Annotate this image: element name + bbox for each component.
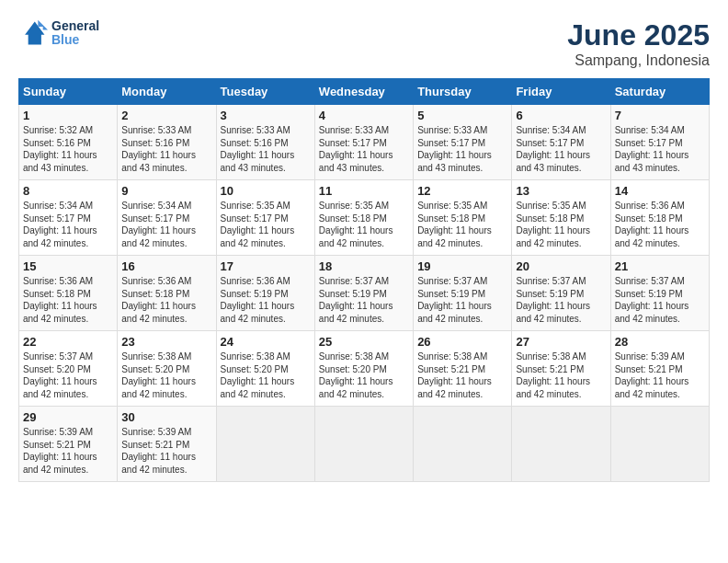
calendar-cell-day-16: 16Sunrise: 5:36 AMSunset: 5:18 PMDayligh… xyxy=(118,256,216,331)
day-number: 23 xyxy=(121,335,211,349)
calendar-cell-day-23: 23Sunrise: 5:38 AMSunset: 5:20 PMDayligh… xyxy=(118,331,216,407)
day-number: 29 xyxy=(23,410,113,424)
calendar-cell-day-26: 26Sunrise: 5:38 AMSunset: 5:21 PMDayligh… xyxy=(414,331,512,407)
day-number: 7 xyxy=(615,109,705,122)
calendar-row-2: 8Sunrise: 5:34 AMSunset: 5:17 PMDaylight… xyxy=(19,180,710,256)
weekday-header-row: Sunday Monday Tuesday Wednesday Thursday… xyxy=(19,79,710,105)
cell-info: Sunrise: 5:39 AMSunset: 5:21 PMDaylight:… xyxy=(121,427,196,475)
cell-info: Sunrise: 5:38 AMSunset: 5:20 PMDaylight:… xyxy=(221,351,295,399)
cell-info: Sunrise: 5:33 AMSunset: 5:16 PMDaylight:… xyxy=(121,125,196,173)
calendar-cell-day-5: 5Sunrise: 5:33 AMSunset: 5:17 PMDaylight… xyxy=(414,105,512,180)
day-number: 15 xyxy=(23,259,113,273)
day-number: 21 xyxy=(615,259,705,273)
logo-icon xyxy=(18,18,48,48)
day-number: 13 xyxy=(516,184,606,198)
calendar-cell-empty xyxy=(414,407,512,482)
day-number: 26 xyxy=(417,335,507,349)
calendar-cell-empty xyxy=(216,407,314,482)
cell-info: Sunrise: 5:35 AMSunset: 5:18 PMDaylight:… xyxy=(319,201,393,248)
day-number: 8 xyxy=(23,184,113,198)
calendar-cell-day-24: 24Sunrise: 5:38 AMSunset: 5:20 PMDayligh… xyxy=(216,331,314,407)
cell-info: Sunrise: 5:33 AMSunset: 5:17 PMDaylight:… xyxy=(417,125,492,173)
calendar-cell-day-1: 1Sunrise: 5:32 AMSunset: 5:16 PMDaylight… xyxy=(19,105,118,180)
calendar-row-3: 15Sunrise: 5:36 AMSunset: 5:18 PMDayligh… xyxy=(19,256,710,331)
cell-info: Sunrise: 5:36 AMSunset: 5:18 PMDaylight:… xyxy=(121,276,196,324)
calendar-cell-empty xyxy=(610,407,709,482)
calendar-cell-day-27: 27Sunrise: 5:38 AMSunset: 5:21 PMDayligh… xyxy=(512,331,610,407)
day-number: 28 xyxy=(615,335,705,349)
calendar-cell-day-15: 15Sunrise: 5:36 AMSunset: 5:18 PMDayligh… xyxy=(19,256,118,331)
calendar-cell-day-9: 9Sunrise: 5:34 AMSunset: 5:17 PMDaylight… xyxy=(118,180,216,256)
calendar-cell-day-28: 28Sunrise: 5:39 AMSunset: 5:21 PMDayligh… xyxy=(610,331,709,407)
day-number: 25 xyxy=(319,335,409,349)
header-saturday: Saturday xyxy=(610,79,709,105)
cell-info: Sunrise: 5:37 AMSunset: 5:19 PMDaylight:… xyxy=(417,276,492,324)
calendar-cell-day-17: 17Sunrise: 5:36 AMSunset: 5:19 PMDayligh… xyxy=(216,256,314,331)
cell-info: Sunrise: 5:35 AMSunset: 5:17 PMDaylight:… xyxy=(221,201,295,248)
cell-info: Sunrise: 5:39 AMSunset: 5:21 PMDaylight:… xyxy=(23,427,97,475)
calendar-cell-day-11: 11Sunrise: 5:35 AMSunset: 5:18 PMDayligh… xyxy=(314,180,413,256)
day-number: 16 xyxy=(121,259,211,273)
calendar-row-1: 1Sunrise: 5:32 AMSunset: 5:16 PMDaylight… xyxy=(19,105,710,180)
day-number: 20 xyxy=(516,259,606,273)
day-number: 6 xyxy=(516,109,606,122)
calendar-cell-day-10: 10Sunrise: 5:35 AMSunset: 5:17 PMDayligh… xyxy=(216,180,314,256)
header-wednesday: Wednesday xyxy=(314,79,413,105)
calendar-cell-day-6: 6Sunrise: 5:34 AMSunset: 5:17 PMDaylight… xyxy=(512,105,610,180)
day-number: 12 xyxy=(417,184,507,198)
day-number: 19 xyxy=(417,259,507,273)
cell-info: Sunrise: 5:36 AMSunset: 5:19 PMDaylight:… xyxy=(221,276,295,324)
header-monday: Monday xyxy=(118,79,216,105)
day-number: 1 xyxy=(23,109,113,122)
calendar-cell-day-22: 22Sunrise: 5:37 AMSunset: 5:20 PMDayligh… xyxy=(19,331,118,407)
calendar-cell-day-30: 30Sunrise: 5:39 AMSunset: 5:21 PMDayligh… xyxy=(118,407,216,482)
calendar-cell-empty xyxy=(512,407,610,482)
cell-info: Sunrise: 5:35 AMSunset: 5:18 PMDaylight:… xyxy=(516,201,590,248)
cell-info: Sunrise: 5:34 AMSunset: 5:17 PMDaylight:… xyxy=(516,125,590,173)
calendar-cell-day-18: 18Sunrise: 5:37 AMSunset: 5:19 PMDayligh… xyxy=(314,256,413,331)
logo: General Blue xyxy=(18,18,99,48)
calendar-cell-day-20: 20Sunrise: 5:37 AMSunset: 5:19 PMDayligh… xyxy=(512,256,610,331)
calendar-cell-empty xyxy=(314,407,413,482)
calendar-cell-day-3: 3Sunrise: 5:33 AMSunset: 5:16 PMDaylight… xyxy=(216,105,314,180)
cell-info: Sunrise: 5:32 AMSunset: 5:16 PMDaylight:… xyxy=(23,125,97,173)
calendar-cell-day-19: 19Sunrise: 5:37 AMSunset: 5:19 PMDayligh… xyxy=(414,256,512,331)
cell-info: Sunrise: 5:36 AMSunset: 5:18 PMDaylight:… xyxy=(23,276,97,324)
calendar-cell-day-4: 4Sunrise: 5:33 AMSunset: 5:17 PMDaylight… xyxy=(314,105,413,180)
cell-info: Sunrise: 5:38 AMSunset: 5:20 PMDaylight:… xyxy=(319,351,393,399)
day-number: 27 xyxy=(516,335,606,349)
cell-info: Sunrise: 5:36 AMSunset: 5:18 PMDaylight:… xyxy=(615,201,689,248)
day-number: 30 xyxy=(121,410,211,424)
cell-info: Sunrise: 5:34 AMSunset: 5:17 PMDaylight:… xyxy=(121,201,196,248)
calendar-cell-day-25: 25Sunrise: 5:38 AMSunset: 5:20 PMDayligh… xyxy=(314,331,413,407)
cell-info: Sunrise: 5:37 AMSunset: 5:19 PMDaylight:… xyxy=(516,276,590,324)
calendar-subtitle: Sampang, Indonesia xyxy=(567,52,710,69)
cell-info: Sunrise: 5:34 AMSunset: 5:17 PMDaylight:… xyxy=(615,125,689,173)
day-number: 4 xyxy=(319,109,409,122)
calendar-title: June 2025 xyxy=(567,18,710,52)
calendar-cell-day-21: 21Sunrise: 5:37 AMSunset: 5:19 PMDayligh… xyxy=(610,256,709,331)
day-number: 17 xyxy=(221,259,311,273)
header-sunday: Sunday xyxy=(19,79,118,105)
day-number: 18 xyxy=(319,259,409,273)
logo-text: General Blue xyxy=(51,19,99,48)
header: General Blue June 2025 Sampang, Indonesi… xyxy=(18,18,710,69)
day-number: 2 xyxy=(121,109,211,122)
cell-info: Sunrise: 5:37 AMSunset: 5:19 PMDaylight:… xyxy=(615,276,689,324)
cell-info: Sunrise: 5:38 AMSunset: 5:21 PMDaylight:… xyxy=(516,351,590,399)
calendar-cell-day-8: 8Sunrise: 5:34 AMSunset: 5:17 PMDaylight… xyxy=(19,180,118,256)
cell-info: Sunrise: 5:38 AMSunset: 5:21 PMDaylight:… xyxy=(417,351,492,399)
day-number: 24 xyxy=(221,335,311,349)
calendar-cell-day-12: 12Sunrise: 5:35 AMSunset: 5:18 PMDayligh… xyxy=(414,180,512,256)
cell-info: Sunrise: 5:33 AMSunset: 5:17 PMDaylight:… xyxy=(319,125,393,173)
calendar-cell-day-2: 2Sunrise: 5:33 AMSunset: 5:16 PMDaylight… xyxy=(118,105,216,180)
cell-info: Sunrise: 5:39 AMSunset: 5:21 PMDaylight:… xyxy=(615,351,689,399)
cell-info: Sunrise: 5:35 AMSunset: 5:18 PMDaylight:… xyxy=(417,201,492,248)
cell-info: Sunrise: 5:33 AMSunset: 5:16 PMDaylight:… xyxy=(221,125,295,173)
day-number: 14 xyxy=(615,184,705,198)
day-number: 22 xyxy=(23,335,113,349)
calendar-row-4: 22Sunrise: 5:37 AMSunset: 5:20 PMDayligh… xyxy=(19,331,710,407)
calendar-row-5: 29Sunrise: 5:39 AMSunset: 5:21 PMDayligh… xyxy=(19,407,710,482)
cell-info: Sunrise: 5:37 AMSunset: 5:20 PMDaylight:… xyxy=(23,351,97,399)
header-thursday: Thursday xyxy=(414,79,512,105)
